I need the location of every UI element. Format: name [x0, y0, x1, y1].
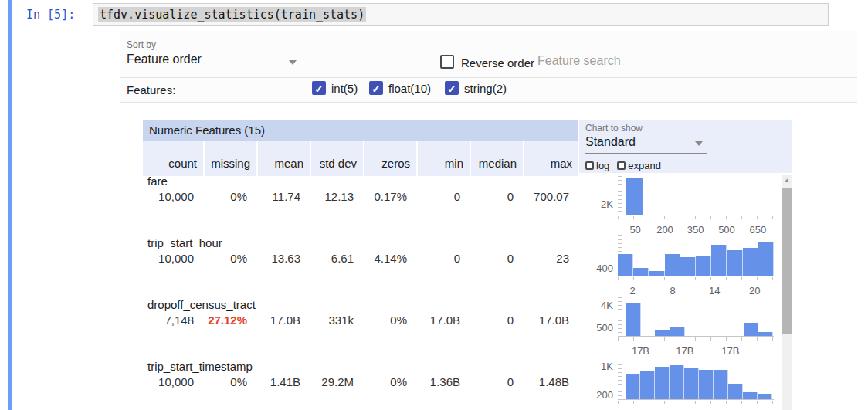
- x-axis-label: 2: [630, 285, 636, 296]
- stat-zeros: 0%: [364, 313, 416, 327]
- col-header-min: min: [418, 141, 470, 176]
- histogram-plot: [618, 357, 774, 400]
- stat-min: 1.36B: [418, 375, 470, 388]
- col-header-median: median: [471, 141, 523, 176]
- stat-stddev: 331k: [311, 313, 363, 327]
- stat-count: 10,000: [143, 252, 203, 265]
- x-axis-ticks: [618, 216, 774, 219]
- histogram-bar: [728, 384, 743, 399]
- stat-zeros: 4.14%: [364, 252, 416, 265]
- float-label: float(10): [388, 82, 431, 95]
- stat-stddev: 12.13: [311, 190, 363, 203]
- stat-missing: 27.12%: [205, 313, 256, 327]
- histogram-bar: [684, 368, 699, 399]
- string-checkbox[interactable]: ✓: [445, 81, 459, 95]
- table-row: fare 10,000 0% 11.74 12.13 0.17% 0 0 700…: [143, 175, 578, 203]
- x-axis-label: 500: [718, 224, 735, 235]
- int-label: int(5): [331, 82, 358, 95]
- stat-missing: 0%: [205, 375, 256, 388]
- feature-search-input[interactable]: [536, 53, 744, 73]
- y-axis-label: 1K: [579, 361, 613, 372]
- stat-zeros: 0%: [364, 375, 416, 388]
- feature-name: fare: [143, 175, 578, 190]
- int-checkbox[interactable]: ✓: [312, 81, 326, 95]
- stat-median: 0: [471, 313, 523, 327]
- x-axis-label: 17B: [721, 345, 739, 357]
- table-header-row: count missing mean std dev zeros min med…: [143, 141, 578, 176]
- feature-type-row: Features: ✓ int(5) ✓ float(10) ✓ string(…: [120, 78, 857, 103]
- float-checkbox[interactable]: ✓: [369, 81, 383, 95]
- table-row: trip_start_hour 10,000 0% 13.63 6.61 4.1…: [143, 236, 578, 265]
- histogram-trip-start-timestamp: 1K200: [579, 357, 780, 410]
- stat-count: 10,000: [143, 375, 203, 388]
- tfdv-controls: Sort by Feature order Reverse order Feat…: [120, 31, 857, 102]
- col-header-zeros: zeros: [364, 141, 416, 176]
- stat-median: 0: [471, 375, 523, 388]
- histogram-bar: [758, 242, 774, 276]
- string-label: string(2): [464, 82, 507, 95]
- histogram-bar: [618, 254, 633, 276]
- reverse-order-checkbox[interactable]: [440, 55, 454, 69]
- stat-median: 0: [471, 252, 523, 265]
- stat-mean: 17.0B: [258, 313, 310, 327]
- chart-controls-panel: Chart to show Standard log expand: [579, 120, 792, 173]
- stat-min: 17.0B: [418, 313, 470, 327]
- chart-to-show-label: Chart to show: [585, 123, 643, 134]
- x-axis-ticks: [618, 337, 774, 341]
- histogram-bar: [640, 371, 655, 399]
- histogram-dropoff-census-tract: 4K50017B17B17B: [579, 297, 780, 359]
- x-axis-ticks: [618, 401, 774, 404]
- code-cell[interactable]: tfdv.visualize_statistics(train_stats): [93, 3, 829, 26]
- histogram-bar: [626, 178, 643, 215]
- stat-mean: 1.41B: [258, 375, 310, 388]
- chart-type-value: Standard: [585, 135, 636, 148]
- sort-row: Sort by Feature order Reverse order: [120, 31, 857, 78]
- histogram-fare: 2K50200350500650: [579, 176, 780, 233]
- sort-by-dropdown[interactable]: Feature order: [127, 53, 301, 73]
- chart-type-dropdown[interactable]: Standard: [585, 135, 707, 154]
- col-header-mean: mean: [258, 141, 310, 176]
- log-toggle[interactable]: log: [585, 160, 609, 171]
- expand-checkbox[interactable]: [617, 161, 626, 170]
- log-label: log: [596, 160, 609, 171]
- x-axis-label: 8: [670, 285, 675, 296]
- x-axis-label: 17B: [632, 345, 649, 357]
- col-header-max: max: [524, 141, 578, 176]
- x-axis-label: 20: [749, 285, 760, 296]
- stat-mean: 11.74: [258, 190, 310, 203]
- x-axis-label: 14: [709, 285, 720, 296]
- histogram-bar: [680, 257, 696, 276]
- stat-count: 7,148: [143, 313, 203, 327]
- stat-max: 17.0B: [524, 313, 578, 327]
- histogram-bar: [670, 327, 685, 336]
- filter-string[interactable]: ✓ string(2): [445, 81, 507, 95]
- stat-mean: 13.63: [258, 252, 310, 265]
- filter-int[interactable]: ✓ int(5): [312, 81, 358, 95]
- histogram-bar: [633, 268, 649, 276]
- histogram-bar: [758, 394, 772, 399]
- chevron-down-icon: [695, 141, 703, 146]
- histogram-trip-start-hour: 400281420: [579, 235, 780, 297]
- log-checkbox[interactable]: [585, 161, 594, 170]
- stat-count: 10,000: [143, 190, 203, 203]
- notebook-screen: In [5]: tfdv.visualize_statistics(train_…: [0, 0, 868, 410]
- histogram-bar: [696, 256, 711, 276]
- scroll-up-arrow-icon[interactable]: ▲: [782, 176, 792, 185]
- histogram-bar: [743, 392, 758, 399]
- x-axis-ticks: [618, 277, 774, 280]
- filter-float[interactable]: ✓ float(10): [369, 81, 431, 95]
- stat-min: 0: [418, 190, 470, 203]
- code-text[interactable]: tfdv.visualize_statistics(train_stats): [98, 7, 366, 22]
- histogram-bar: [670, 365, 684, 399]
- expand-toggle[interactable]: expand: [617, 160, 661, 171]
- stat-median: 0: [471, 190, 523, 203]
- y-axis-label: 200: [579, 389, 613, 401]
- charts-scrollbar[interactable]: ▲: [782, 175, 792, 410]
- cell-prompt: In [5]:: [26, 8, 75, 22]
- x-axis-label: 200: [656, 224, 673, 235]
- features-label: Features:: [127, 83, 175, 97]
- scrollbar-thumb[interactable]: [782, 188, 792, 334]
- stat-max: 23: [524, 252, 578, 265]
- stat-zeros: 0.17%: [364, 190, 416, 203]
- x-axis-label: 17B: [676, 345, 693, 357]
